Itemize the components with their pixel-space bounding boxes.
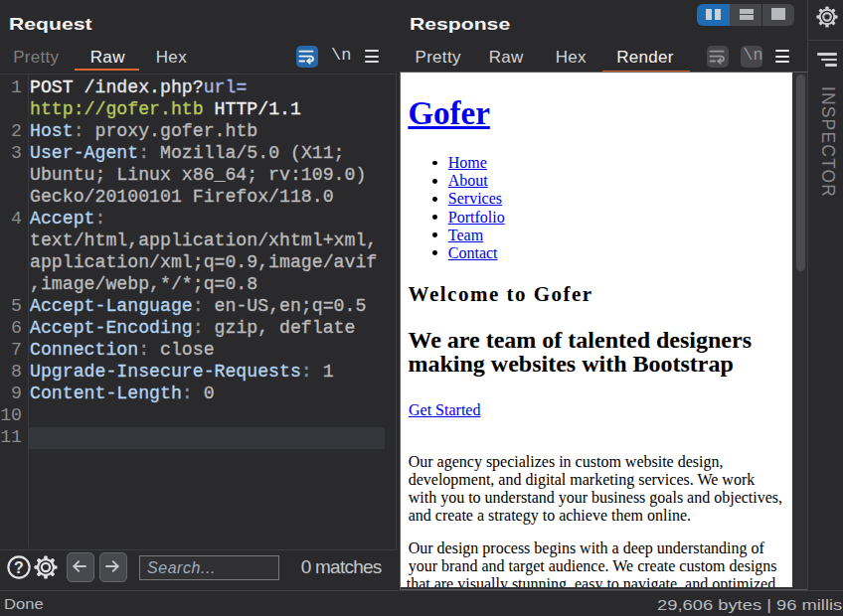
svg-text:?: ? bbox=[14, 559, 24, 576]
